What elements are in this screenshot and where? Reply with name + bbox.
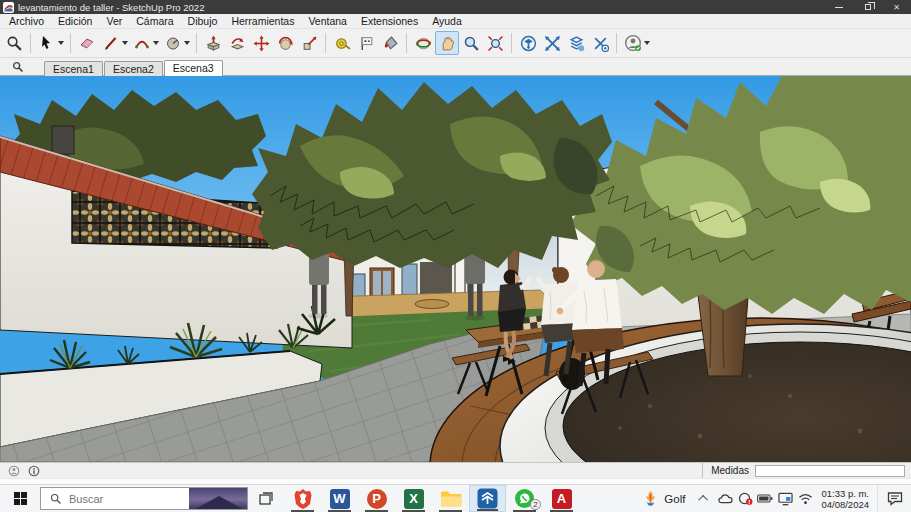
file-explorer-icon bbox=[440, 490, 462, 508]
tray-battery[interactable] bbox=[755, 485, 775, 512]
clock-time: 01:33 p. m. bbox=[821, 488, 869, 499]
shapes-dropdown[interactable] bbox=[184, 41, 190, 45]
taskbar-app-excel[interactable]: X bbox=[395, 485, 432, 512]
brave-icon bbox=[293, 488, 313, 510]
geolocation-icon bbox=[8, 465, 20, 477]
tab-escena3[interactable]: Escena3 bbox=[164, 60, 223, 76]
taskbar-search[interactable] bbox=[40, 487, 248, 510]
clock-date: 04/08/2024 bbox=[821, 499, 869, 510]
menu-ver[interactable]: Ver bbox=[99, 14, 129, 29]
3d-warehouse-button[interactable] bbox=[516, 31, 540, 55]
viewport-3d[interactable] bbox=[0, 76, 911, 462]
share-component-button[interactable] bbox=[564, 31, 588, 55]
search-overlay-button[interactable] bbox=[6, 59, 30, 75]
menu-ayuda[interactable]: Ayuda bbox=[425, 14, 469, 29]
zoom-icon bbox=[463, 35, 480, 52]
zoom-extents-tool[interactable] bbox=[483, 31, 507, 55]
extension-warehouse-button[interactable] bbox=[588, 31, 612, 55]
chevron-up-icon bbox=[698, 495, 708, 505]
menu-herramientas[interactable]: Herramientas bbox=[224, 14, 301, 29]
model-scene bbox=[0, 76, 911, 462]
select-dropdown[interactable] bbox=[58, 41, 64, 45]
weather-widget-icon bbox=[643, 490, 658, 507]
scale-tool[interactable] bbox=[297, 31, 321, 55]
rotate-icon bbox=[277, 35, 294, 52]
search-input[interactable] bbox=[69, 493, 179, 505]
menu-archivo[interactable]: Archivo bbox=[2, 14, 51, 29]
news-widget[interactable]: Golf bbox=[635, 485, 693, 512]
medidas-input[interactable] bbox=[755, 465, 905, 477]
menu-extensiones[interactable]: Extensiones bbox=[354, 14, 425, 29]
pan-tool[interactable] bbox=[435, 31, 459, 55]
scale-icon bbox=[301, 35, 318, 52]
tray-sync-alert[interactable] bbox=[735, 485, 755, 512]
windows-logo-icon bbox=[14, 492, 27, 505]
toolbar bbox=[0, 29, 911, 58]
move-icon bbox=[253, 35, 270, 52]
text-tool[interactable] bbox=[354, 31, 378, 55]
taskbar-app-whatsapp[interactable]: 2 bbox=[506, 485, 543, 512]
eraser-tool[interactable] bbox=[75, 31, 99, 55]
account-button[interactable] bbox=[621, 31, 645, 55]
rotate-tool[interactable] bbox=[273, 31, 297, 55]
notification-icon bbox=[887, 491, 903, 506]
orbit-tool[interactable] bbox=[411, 31, 435, 55]
tab-escena1[interactable]: Escena1 bbox=[44, 61, 103, 76]
action-center-button[interactable] bbox=[877, 485, 911, 512]
tray-onedrive[interactable] bbox=[715, 485, 735, 512]
menu-bar: Archivo Edición Ver Cámara Dibujo Herram… bbox=[0, 14, 911, 29]
follow-me-tool[interactable] bbox=[225, 31, 249, 55]
minimize-button[interactable] bbox=[824, 0, 853, 14]
start-button[interactable] bbox=[0, 485, 40, 512]
line-tool[interactable] bbox=[99, 31, 123, 55]
restore-icon bbox=[865, 4, 871, 10]
zoom-extents-icon bbox=[487, 35, 504, 52]
line-dropdown[interactable] bbox=[122, 41, 128, 45]
extension-warehouse-icon bbox=[592, 35, 609, 52]
menu-edicion[interactable]: Edición bbox=[51, 14, 99, 29]
sketchup-logo-icon bbox=[3, 2, 14, 13]
shapes-tool[interactable] bbox=[161, 31, 185, 55]
credits-button[interactable] bbox=[27, 464, 41, 478]
tab-escena2[interactable]: Escena2 bbox=[104, 61, 163, 76]
tray-display[interactable] bbox=[775, 485, 795, 512]
eraser-icon bbox=[79, 35, 95, 51]
select-arrow-icon bbox=[39, 35, 55, 51]
taskbar-app-powerpoint[interactable]: P bbox=[358, 485, 395, 512]
search-icon bbox=[50, 493, 62, 505]
tray-wifi[interactable] bbox=[795, 485, 815, 512]
circle-icon bbox=[165, 35, 181, 51]
menu-camara[interactable]: Cámara bbox=[129, 14, 180, 29]
share-model-button[interactable] bbox=[540, 31, 564, 55]
taskbar-app-brave[interactable] bbox=[284, 485, 321, 512]
taskbar-clock[interactable]: 01:33 p. m. 04/08/2024 bbox=[815, 485, 877, 512]
paint-bucket-tool[interactable] bbox=[378, 31, 402, 55]
excel-icon: X bbox=[404, 489, 424, 509]
task-view-button[interactable] bbox=[248, 485, 284, 512]
whatsapp-badge: 2 bbox=[530, 499, 541, 510]
zoom-tool[interactable] bbox=[459, 31, 483, 55]
window-title: levantamiento de taller - SketchUp Pro 2… bbox=[18, 2, 204, 13]
taskbar: W P X 2 A Golf bbox=[0, 484, 911, 512]
tray-expand-button[interactable] bbox=[693, 485, 715, 512]
push-pull-tool[interactable] bbox=[201, 31, 225, 55]
taskbar-app-word[interactable]: W bbox=[321, 485, 358, 512]
move-tool[interactable] bbox=[249, 31, 273, 55]
taskbar-app-file-explorer[interactable] bbox=[432, 485, 469, 512]
geolocation-button[interactable] bbox=[7, 464, 21, 478]
menu-dibujo[interactable]: Dibujo bbox=[181, 14, 225, 29]
account-dropdown[interactable] bbox=[644, 41, 650, 45]
search-sketchup-button[interactable] bbox=[2, 31, 26, 55]
tape-measure-tool[interactable] bbox=[330, 31, 354, 55]
paint-bucket-icon bbox=[382, 35, 399, 52]
arc-tool[interactable] bbox=[130, 31, 154, 55]
taskbar-app-autocad[interactable]: A bbox=[543, 485, 580, 512]
3d-warehouse-icon bbox=[520, 35, 537, 52]
close-button[interactable]: ✕ bbox=[882, 0, 911, 14]
menu-ventana[interactable]: Ventana bbox=[301, 14, 354, 29]
restore-button[interactable] bbox=[853, 0, 882, 14]
select-tool[interactable] bbox=[35, 31, 59, 55]
taskbar-app-sketchup[interactable] bbox=[469, 485, 506, 512]
orbit-icon bbox=[415, 35, 432, 52]
arc-dropdown[interactable] bbox=[153, 41, 159, 45]
